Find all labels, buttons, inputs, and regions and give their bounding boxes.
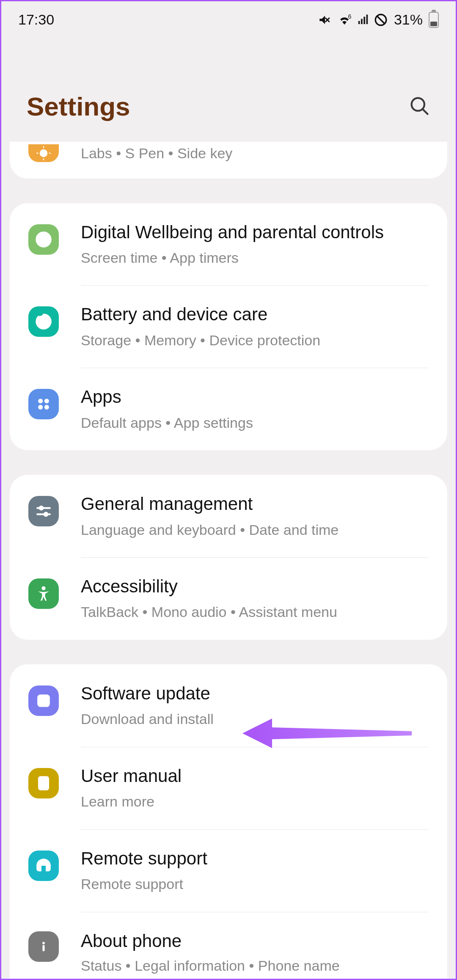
row-subtitle: Download and install: [81, 710, 429, 728]
battery-care-icon: [28, 306, 59, 337]
row-subtitle: TalkBack • Mono audio • Assistant menu: [81, 603, 429, 621]
settings-row-accessibility[interactable]: Accessibility TalkBack • Mono audio • As…: [10, 557, 447, 640]
row-title: Accessibility: [81, 576, 429, 597]
status-bar: 17:30 6 31%: [1, 1, 456, 32]
settings-group-device: Digital Wellbeing and parental controls …: [10, 203, 447, 451]
settings-group-advanced: Labs • S Pen • Side key: [10, 142, 447, 179]
battery-percent: 31%: [394, 11, 423, 28]
page-title: Settings: [27, 91, 130, 121]
row-subtitle: Storage • Memory • Device protection: [81, 331, 429, 350]
row-subtitle: Default apps • App settings: [81, 414, 429, 432]
remote-support-icon: [28, 851, 59, 881]
software-update-icon: [28, 685, 59, 716]
row-title: Apps: [81, 386, 429, 407]
svg-line-4: [423, 109, 428, 114]
row-subtitle: Labs • S Pen • Side key: [81, 144, 429, 162]
settings-row-apps[interactable]: Apps Default apps • App settings: [10, 368, 447, 450]
settings-row-wellbeing[interactable]: Digital Wellbeing and parental controls …: [10, 203, 447, 286]
row-text: General management Language and keyboard…: [81, 493, 429, 539]
settings-group-system: Software update Download and install ? U…: [10, 664, 447, 979]
row-subtitle: Learn more: [81, 793, 429, 811]
signal-icon: [357, 14, 369, 26]
svg-line-2: [377, 16, 385, 23]
row-title: Digital Wellbeing and parental controls: [81, 222, 429, 243]
advanced-features-icon: [28, 144, 59, 162]
row-text: Accessibility TalkBack • Mono audio • As…: [81, 576, 429, 621]
row-title: User manual: [81, 765, 429, 787]
settings-group-general: General management Language and keyboard…: [10, 475, 447, 640]
row-title: Software update: [81, 683, 429, 704]
row-title: Battery and device care: [81, 304, 429, 325]
svg-point-10: [44, 405, 49, 410]
row-subtitle: Status • Legal information • Phone name: [81, 957, 429, 975]
settings-row-remote[interactable]: Remote support Remote support: [10, 829, 447, 912]
no-entry-icon: [374, 13, 388, 27]
settings-row-battery[interactable]: Battery and device care Storage • Memory…: [10, 285, 447, 368]
search-icon[interactable]: [408, 95, 430, 118]
settings-row-about[interactable]: About phone Status • Legal information •…: [10, 912, 447, 979]
svg-text:6: 6: [348, 13, 351, 20]
row-text: About phone Status • Legal information •…: [81, 930, 429, 975]
svg-rect-21: [42, 945, 44, 951]
row-text: Apps Default apps • App settings: [81, 386, 429, 432]
svg-text:?: ?: [41, 778, 46, 787]
svg-point-15: [41, 586, 45, 590]
svg-point-9: [38, 405, 43, 410]
svg-point-20: [42, 941, 45, 944]
svg-point-8: [44, 399, 49, 403]
status-icons: 6 31%: [318, 11, 439, 28]
settings-row-general[interactable]: General management Language and keyboard…: [10, 475, 447, 557]
row-text: Software update Download and install: [81, 683, 429, 728]
row-text: Remote support Remote support: [81, 848, 429, 893]
row-title: General management: [81, 493, 429, 515]
row-text: Battery and device care Storage • Memory…: [81, 304, 429, 349]
volume-mute-icon: [318, 13, 332, 27]
row-text: Labs • S Pen • Side key: [81, 144, 429, 162]
settings-row-advanced[interactable]: Labs • S Pen • Side key: [10, 142, 447, 179]
row-title: Remote support: [81, 848, 429, 869]
apps-icon: [28, 389, 59, 419]
accessibility-icon: [28, 578, 59, 609]
about-phone-icon: [28, 931, 59, 962]
svg-point-14: [44, 513, 47, 516]
general-mgmt-icon: [28, 496, 59, 526]
row-text: User manual Learn more: [81, 765, 429, 811]
user-manual-icon: ?: [28, 768, 59, 798]
row-title: About phone: [81, 930, 429, 952]
svg-point-12: [40, 507, 43, 509]
row-subtitle: Remote support: [81, 875, 429, 893]
settings-row-manual[interactable]: ? User manual Learn more: [10, 747, 447, 829]
row-text: Digital Wellbeing and parental controls …: [81, 222, 429, 267]
svg-point-5: [40, 149, 47, 157]
settings-row-software[interactable]: Software update Download and install: [10, 664, 447, 747]
battery-icon: [429, 12, 439, 28]
row-subtitle: Language and keyboard • Date and time: [81, 521, 429, 539]
wifi-icon: 6: [336, 13, 352, 27]
header: Settings: [1, 32, 456, 147]
wellbeing-icon: [28, 224, 59, 255]
svg-point-7: [38, 399, 43, 403]
status-time: 17:30: [18, 11, 54, 28]
row-subtitle: Screen time • App timers: [81, 249, 429, 267]
